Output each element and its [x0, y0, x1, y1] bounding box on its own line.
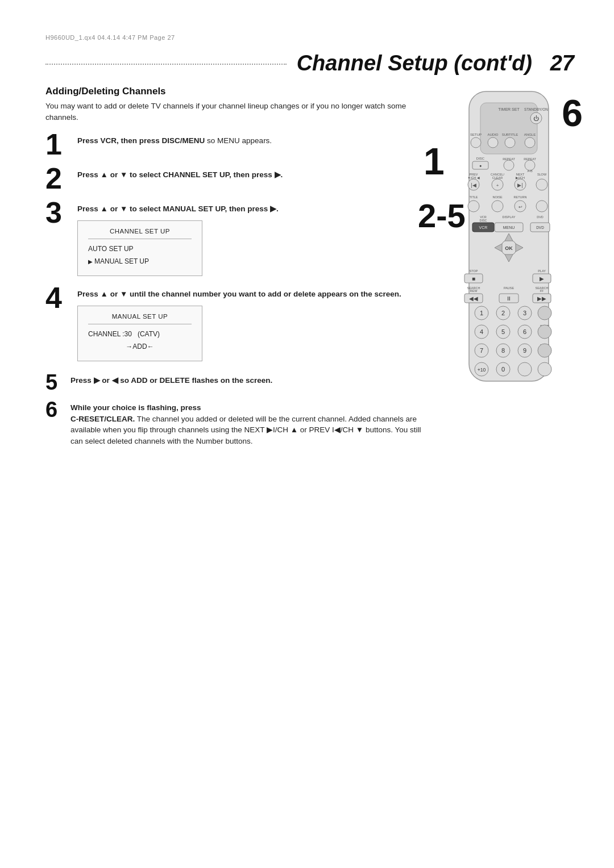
step-5-content: Press ▶ or ◀ so ADD or DELETE flashes on… — [70, 372, 272, 386]
svg-point-10 — [471, 137, 481, 148]
svg-point-39 — [492, 201, 503, 212]
svg-point-83 — [538, 306, 551, 320]
svg-text:FF: FF — [540, 289, 544, 293]
step-5: 5 Press ▶ or ◀ so ADD or DELETE flashes … — [45, 372, 426, 393]
svg-text:DISPLAY: DISPLAY — [503, 215, 516, 219]
svg-text:VCR: VCR — [479, 226, 488, 229]
svg-text:3: 3 — [523, 310, 526, 316]
title-section: Channel Setup (cont'd) 27 — [45, 51, 574, 76]
svg-text:A-B: A-B — [527, 169, 533, 173]
svg-text:REW: REW — [470, 289, 478, 293]
svg-text:SUBTITLE: SUBTITLE — [502, 133, 518, 136]
svg-point-105 — [538, 362, 551, 376]
step-3: 3 Press ▲ or ▼ to select MANUAL SET UP, … — [45, 201, 426, 278]
screen-box-step3: CHANNEL SET UP AUTO SET UP MANUAL SET UP — [77, 220, 202, 276]
remote-wrap: 1 2-5 6 TIMER SET STANDBY/ON — [446, 86, 571, 393]
step-1: 1 Press VCR, then press DISC/MENU so MEN… — [45, 133, 426, 159]
screen-item-auto: AUTO SET UP — [88, 243, 192, 255]
step-3-content: Press ▲ or ▼ to select MANUAL SET UP, th… — [77, 201, 426, 278]
screen-box-step4: MANUAL SET UP CHANNEL :30 (CATV) →ADD← — [77, 306, 202, 361]
step-5-number: 5 — [45, 372, 66, 393]
remote-svg: TIMER SET STANDBY/ON ⏻ SETUP AUDIO SUBTI… — [452, 86, 566, 393]
svg-text:●: ● — [479, 164, 482, 168]
svg-text:STOP: STOP — [470, 269, 478, 273]
screen-title-step4: MANUAL SET UP — [88, 312, 192, 325]
svg-text:TITLE: TITLE — [470, 195, 478, 199]
dotted-rule — [45, 64, 287, 65]
overlay-container: 1 2-5 6 TIMER SET STANDBY/ON — [446, 86, 571, 393]
step-2: 2 Press ▲ or ▼ to select CHANNEL SET UP,… — [45, 167, 426, 193]
svg-text:TIMER SET: TIMER SET — [498, 107, 520, 111]
svg-text:NOISE: NOISE — [492, 195, 502, 199]
step-3-number: 3 — [45, 198, 72, 227]
svg-text:|◀: |◀ — [471, 182, 476, 188]
overlay-num-25: 2-5 — [418, 199, 466, 232]
svg-text:PLAY: PLAY — [538, 269, 546, 273]
svg-text:8: 8 — [501, 347, 505, 354]
svg-text:AUDIO: AUDIO — [487, 133, 498, 136]
svg-point-35 — [536, 179, 547, 190]
svg-text:5: 5 — [501, 328, 505, 335]
svg-text:⏻: ⏻ — [533, 115, 539, 122]
screen-title-step3: CHANNEL SET UP — [88, 227, 192, 240]
step-2-number: 2 — [45, 164, 72, 193]
svg-text:ANGLE: ANGLE — [524, 133, 536, 136]
left-column: Adding/Deleting Channels You may want to… — [45, 86, 426, 452]
meta-info: H9660UD_1.qx4 04.4.14 4:47 PM Page 27 — [45, 34, 574, 41]
steps-bottom: 5 Press ▶ or ◀ so ADD or DELETE flashes … — [45, 372, 426, 446]
svg-text:DISC: DISC — [479, 219, 487, 222]
svg-text:◀◀: ◀◀ — [469, 295, 478, 302]
section-heading: Adding/Deleting Channels — [45, 86, 426, 97]
svg-point-104 — [518, 362, 532, 376]
step-1-bold: Press VCR, then press DISC/MENU — [77, 136, 205, 145]
screen-item-manual: MANUAL SET UP — [88, 256, 192, 268]
step-2-content: Press ▲ or ▼ to select CHANNEL SET UP, t… — [77, 167, 426, 181]
svg-point-91 — [538, 325, 551, 339]
step-1-number: 1 — [45, 130, 72, 159]
svg-text:DVD: DVD — [536, 226, 544, 229]
svg-text:1: 1 — [480, 310, 483, 316]
step-4-bold: Press ▲ or ▼ until the channel number yo… — [77, 290, 401, 298]
svg-point-12 — [505, 137, 515, 148]
step-2-bold: Press ▲ or ▼ to select CHANNEL SET UP, t… — [77, 170, 283, 179]
step-4: 4 Press ▲ or ▼ until the channel number … — [45, 286, 426, 364]
svg-text:RETURN: RETURN — [514, 195, 527, 199]
svg-text:↩: ↩ — [518, 205, 522, 210]
svg-text:▶|: ▶| — [517, 182, 522, 188]
svg-text:6: 6 — [523, 328, 526, 335]
step-1-text: so MENU appears. — [207, 136, 272, 145]
svg-point-37 — [468, 201, 479, 212]
step-3-bold: Press ▲ or ▼ to select MANUAL SET UP, th… — [77, 205, 279, 213]
right-column: 1 2-5 6 TIMER SET STANDBY/ON — [443, 86, 574, 452]
svg-point-11 — [488, 137, 498, 148]
svg-text:■: ■ — [472, 276, 475, 282]
step-6-heading: While your choice is flashing, press — [70, 403, 201, 412]
step-4-number: 4 — [45, 283, 72, 312]
title-text: Channel Setup (cont'd) — [297, 51, 532, 75]
step-5-bold: Press ▶ or ◀ so ADD or DELETE flashes on… — [70, 376, 272, 385]
svg-text:7: 7 — [480, 347, 483, 354]
svg-text:4: 4 — [480, 328, 483, 335]
svg-point-43 — [536, 201, 547, 212]
svg-text:STANDBY/ON: STANDBY/ON — [524, 107, 548, 111]
svg-text:9: 9 — [523, 347, 526, 354]
step-6-content: While your choice is flashing, press C-R… — [70, 399, 426, 446]
svg-text:DVD: DVD — [537, 215, 544, 219]
step-6: 6 While your choice is flashing, press C… — [45, 399, 426, 446]
svg-text:▶▶: ▶▶ — [537, 295, 546, 302]
svg-text:OK: OK — [505, 245, 513, 251]
page: H9660UD_1.qx4 04.4.14 4:47 PM Page 27 Ch… — [0, 0, 614, 868]
page-title: Channel Setup (cont'd) 27 — [297, 51, 574, 76]
svg-point-13 — [525, 137, 535, 148]
svg-point-99 — [538, 344, 551, 357]
overlay-num-6: 6 — [562, 94, 583, 132]
svg-point-17 — [504, 160, 514, 170]
screen-item-channel: CHANNEL :30 (CATV) — [88, 328, 192, 340]
overlay-num-1: 1 — [424, 143, 445, 180]
step-6-number: 6 — [45, 399, 66, 420]
svg-text:▶: ▶ — [540, 276, 544, 282]
step-6-bold: C-RESET/CLEAR. — [70, 415, 135, 423]
section-subtext: You may want to add or delete TV channel… — [45, 101, 426, 123]
svg-text:PAUSE: PAUSE — [504, 286, 515, 290]
main-content: Adding/Deleting Channels You may want to… — [45, 86, 574, 452]
